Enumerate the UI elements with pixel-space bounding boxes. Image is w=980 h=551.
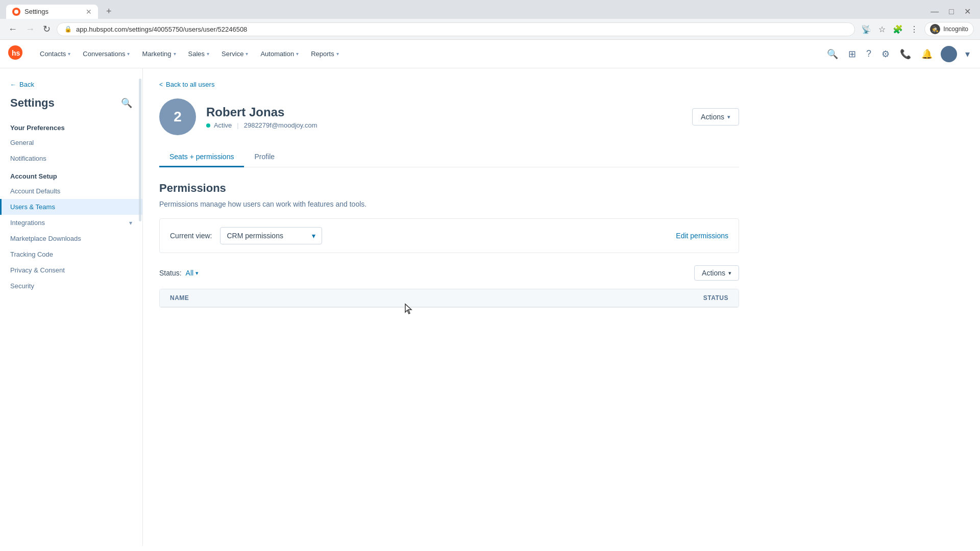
status-filter: Status: All ▾ Actions ▾ — [159, 265, 739, 281]
close-window-icon[interactable]: ✕ — [961, 6, 974, 17]
nav-automation[interactable]: Automation ▾ — [255, 46, 304, 62]
svg-text:hs: hs — [12, 49, 20, 57]
user-avatar-nav[interactable] — [941, 46, 957, 62]
permissions-description: Permissions manage how users can work wi… — [159, 200, 739, 208]
sidebar-item-notifications[interactable]: Notifications — [0, 151, 142, 166]
back-arrow-icon: ← — [10, 81, 16, 88]
nav-right: 🔍 ⊞ ? ⚙ 📞 🔔 ▾ — [825, 46, 972, 62]
top-nav: hs Contacts ▾ Conversations ▾ Marketing … — [0, 40, 980, 68]
marketing-chevron: ▾ — [174, 51, 176, 57]
reload-button[interactable]: ↻ — [41, 22, 53, 36]
minimize-icon[interactable]: — — [927, 6, 942, 17]
section-label-account-setup: Account Setup — [0, 166, 142, 183]
permissions-section: Permissions Permissions manage how users… — [159, 182, 739, 308]
browser-chrome: Settings ✕ + — □ ✕ ← → ↻ 🔒 app.hubspot.c… — [0, 0, 980, 40]
service-chevron: ▾ — [246, 51, 248, 57]
incognito-label: Incognito — [943, 26, 968, 33]
tab-close-button[interactable]: ✕ — [86, 8, 92, 16]
edit-permissions-link[interactable]: Edit permissions — [676, 232, 728, 240]
nav-contacts[interactable]: Contacts ▾ — [35, 46, 76, 62]
sidebar-header: Settings 🔍 — [0, 92, 142, 118]
browser-tab[interactable]: Settings ✕ — [6, 5, 98, 19]
tab-title: Settings — [24, 8, 48, 15]
sales-chevron: ▾ — [207, 51, 209, 57]
sidebar-search-button[interactable]: 🔍 — [121, 97, 132, 109]
sidebar-back-link[interactable]: ← Back — [0, 77, 142, 92]
forward-nav-button[interactable]: → — [23, 23, 37, 36]
sidebar-item-integrations[interactable]: Integrations ▾ — [0, 215, 142, 231]
new-tab-button[interactable]: + — [102, 4, 116, 19]
table-header-status: STATUS — [667, 294, 728, 302]
permissions-actions-button[interactable]: Actions ▾ — [694, 265, 739, 281]
nav-marketing[interactable]: Marketing ▾ — [137, 46, 181, 62]
sidebar-item-account-defaults[interactable]: Account Defaults — [0, 183, 142, 199]
browser-settings-icon[interactable]: ⋮ — [908, 23, 920, 35]
tab-seats-permissions[interactable]: Seats + permissions — [159, 147, 244, 167]
status-dropdown-chevron-icon: ▾ — [195, 270, 199, 277]
table-header-name: NAME — [170, 294, 667, 302]
sidebar-item-marketplace[interactable]: Marketplace Downloads — [0, 231, 142, 246]
back-to-all-users-link[interactable]: < Back to all users — [159, 81, 739, 88]
url-text: app.hubspot.com/settings/40055750/users/… — [76, 26, 847, 33]
address-bar[interactable]: 🔒 app.hubspot.com/settings/40055750/user… — [57, 22, 855, 36]
settings-gear-icon[interactable]: ⚙ — [879, 46, 892, 62]
user-status: Active — [206, 121, 232, 129]
sidebar-item-users-teams[interactable]: Users & Teams — [0, 199, 142, 215]
back-link-arrow-icon: < — [159, 81, 163, 88]
account-chevron[interactable]: ▾ — [963, 46, 972, 62]
user-actions-button[interactable]: Actions ▾ — [692, 108, 739, 126]
phone-icon[interactable]: 📞 — [898, 46, 913, 62]
marketplace-icon[interactable]: ⊞ — [846, 46, 858, 62]
incognito-icon: 🕵 — [930, 24, 940, 34]
integrations-chevron-icon: ▾ — [129, 219, 132, 227]
screen-cast-icon[interactable]: 📡 — [859, 23, 873, 35]
current-view-select[interactable]: CRM permissions ▾ — [220, 227, 322, 244]
tabs: Seats + permissions Profile — [159, 147, 739, 167]
conversations-chevron: ▾ — [127, 51, 130, 57]
search-icon[interactable]: 🔍 — [825, 46, 840, 62]
nav-sales[interactable]: Sales ▾ — [183, 46, 215, 62]
user-header: 2 Robert Jonas Active | 2982279f@moodjoy… — [159, 98, 739, 135]
sidebar-item-security[interactable]: Security — [0, 278, 142, 294]
help-icon[interactable]: ? — [864, 46, 873, 61]
back-to-users-label: Back to all users — [166, 81, 214, 88]
hubspot-favicon — [12, 8, 20, 16]
status-filter-label: Status: — [159, 269, 182, 277]
permissions-actions-chevron-icon: ▾ — [728, 270, 731, 277]
sidebar-back-label: Back — [19, 81, 34, 88]
maximize-icon[interactable]: □ — [946, 6, 957, 17]
sidebar-item-general[interactable]: General — [0, 135, 142, 151]
nav-conversations[interactable]: Conversations ▾ — [78, 46, 135, 62]
sidebar-scrollbar[interactable] — [139, 79, 141, 221]
nav-items: Contacts ▾ Conversations ▾ Marketing ▾ S… — [35, 46, 825, 62]
extensions-icon[interactable]: 🧩 — [891, 23, 905, 35]
meta-divider: | — [237, 121, 238, 129]
back-nav-button[interactable]: ← — [6, 23, 19, 36]
user-name: Robert Jonas — [206, 105, 682, 119]
contacts-chevron: ▾ — [68, 51, 70, 57]
hubspot-logo[interactable]: hs — [8, 45, 22, 63]
bookmark-icon[interactable]: ☆ — [876, 23, 888, 35]
actions-button-chevron-icon: ▾ — [727, 114, 730, 120]
status-dropdown[interactable]: All ▾ — [186, 269, 199, 277]
svg-point-0 — [14, 10, 18, 14]
browser-toolbar: ← → ↻ 🔒 app.hubspot.com/settings/4005575… — [0, 19, 980, 39]
main-content: < Back to all users 2 Robert Jonas Activ… — [143, 68, 980, 546]
sidebar-item-tracking-code[interactable]: Tracking Code — [0, 246, 142, 262]
nav-reports[interactable]: Reports ▾ — [306, 46, 344, 62]
sidebar-item-privacy-consent[interactable]: Privacy & Consent — [0, 262, 142, 278]
current-view-box: Current view: CRM permissions ▾ Edit per… — [159, 218, 739, 253]
section-label-preferences: Your Preferences — [0, 118, 142, 135]
nav-service[interactable]: Service ▾ — [216, 46, 253, 62]
user-email: 2982279f@moodjoy.com — [244, 121, 317, 129]
status-dot-icon — [206, 123, 210, 128]
incognito-badge: 🕵 Incognito — [924, 22, 974, 36]
permissions-title: Permissions — [159, 182, 739, 195]
user-info: Robert Jonas Active | 2982279f@moodjoy.c… — [206, 105, 682, 129]
tab-profile[interactable]: Profile — [244, 147, 285, 167]
current-view-label: Current view: — [170, 232, 212, 240]
page-content: < Back to all users 2 Robert Jonas Activ… — [143, 68, 755, 320]
notifications-icon[interactable]: 🔔 — [919, 46, 935, 62]
sidebar-title: Settings — [10, 96, 55, 110]
user-meta: Active | 2982279f@moodjoy.com — [206, 121, 682, 129]
